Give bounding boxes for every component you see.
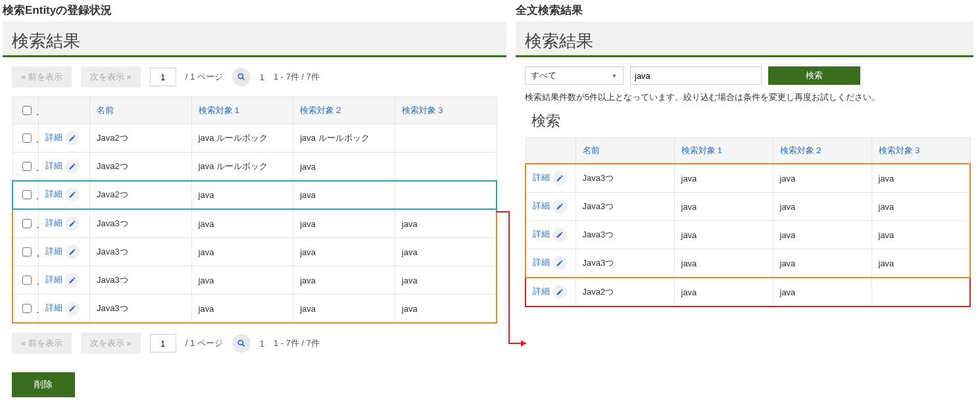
search-icon[interactable]	[232, 334, 251, 353]
row-checkbox[interactable]	[22, 134, 32, 143]
svg-point-0	[238, 74, 243, 78]
page-input[interactable]	[150, 334, 176, 353]
cell-t2: java	[773, 278, 871, 306]
svg-point-2	[238, 340, 243, 345]
cell-t1: java	[674, 278, 773, 306]
cell-t2: java	[293, 209, 395, 238]
pencil-icon[interactable]	[65, 216, 80, 231]
search-input[interactable]	[630, 66, 762, 85]
count-left: 1	[260, 72, 264, 82]
cell-name: Java2つ	[89, 153, 191, 181]
cell-t2: java	[773, 164, 871, 193]
cell-t3: java	[395, 295, 497, 324]
cell-t3	[395, 153, 497, 181]
cell-t1: java	[191, 238, 293, 266]
cell-name: Java2つ	[576, 278, 674, 306]
pencil-icon[interactable]	[65, 131, 80, 145]
left-section-title: 検索Entityの登録状況	[3, 3, 506, 18]
table-row: 詳細Java3つjavajavajava	[526, 193, 970, 221]
cell-t2: java	[773, 249, 871, 278]
header-t1[interactable]: 検索対象１	[674, 138, 773, 164]
table-row: 詳細Java3つjavajavajava	[526, 249, 970, 278]
table-row: 詳細Java2つjava ルールボックjava ルールボック	[12, 124, 497, 153]
select-all-checkbox[interactable]	[22, 106, 32, 115]
sub-title: 検索	[531, 111, 964, 131]
row-checkbox[interactable]	[22, 162, 32, 171]
row-checkbox[interactable]	[22, 304, 32, 313]
table-row: 詳細Java3つjavajavajava	[12, 266, 497, 295]
detail-link[interactable]: 詳細	[533, 172, 550, 182]
table-row: 詳細Java3つjavajavajava	[12, 209, 497, 238]
pencil-icon[interactable]	[65, 301, 80, 316]
cell-t3: java	[395, 266, 497, 295]
left-results-table: 名前 検索対象１ 検索対象２ 検索対象３ 詳細Java2つjava ルールボック…	[12, 97, 497, 324]
detail-link[interactable]: 詳細	[45, 132, 62, 142]
header-t3[interactable]: 検索対象３	[395, 97, 497, 124]
cell-name: Java2つ	[89, 181, 191, 210]
right-section-title: 全文検索結果	[516, 3, 973, 18]
header-t2[interactable]: 検索対象２	[773, 138, 871, 164]
next-button[interactable]: 次を表示 »	[81, 333, 141, 354]
detail-link[interactable]: 詳細	[45, 303, 62, 312]
cell-t2: java	[293, 266, 395, 295]
header-name[interactable]: 名前	[89, 97, 191, 124]
right-results-table: 名前 検索対象１ 検索対象２ 検索対象３ 詳細Java3つjavajavajav…	[525, 137, 971, 307]
table-row: 詳細Java3つjavajavajava	[526, 164, 970, 193]
header-t1[interactable]: 検索対象１	[191, 97, 293, 124]
prev-button[interactable]: « 前を表示	[12, 333, 72, 354]
table-row: 詳細Java2つjava ルールボックjava	[12, 153, 497, 181]
cell-t1: java	[191, 209, 293, 238]
pencil-icon[interactable]	[552, 256, 567, 270]
cell-name: Java3つ	[89, 295, 191, 324]
detail-link[interactable]: 詳細	[45, 160, 62, 170]
pencil-icon[interactable]	[552, 228, 567, 242]
cell-t1: java	[674, 193, 773, 221]
pager-top: « 前を表示 次を表示 » / 1 ページ 1 1 - 7件 / 7件	[12, 66, 497, 87]
cell-t1: java	[674, 164, 773, 193]
row-checkbox[interactable]	[22, 219, 32, 228]
pencil-icon[interactable]	[65, 187, 80, 202]
cell-name: Java3つ	[576, 249, 674, 278]
cell-name: Java3つ	[576, 193, 674, 221]
pencil-icon[interactable]	[65, 273, 80, 287]
cell-t3: java	[871, 249, 970, 278]
pencil-icon[interactable]	[65, 159, 80, 174]
search-icon[interactable]	[232, 68, 251, 86]
row-checkbox[interactable]	[22, 190, 32, 199]
detail-link[interactable]: 詳細	[45, 218, 62, 228]
delete-button[interactable]: 削除	[12, 372, 75, 397]
svg-line-3	[242, 344, 244, 346]
cell-t2: java	[773, 221, 871, 249]
detail-link[interactable]: 詳細	[45, 189, 62, 199]
cell-name: Java2つ	[89, 124, 191, 153]
filter-select[interactable]: すべて ▼	[525, 66, 624, 85]
detail-link[interactable]: 詳細	[533, 286, 550, 296]
row-checkbox[interactable]	[22, 276, 32, 285]
header-name[interactable]: 名前	[576, 138, 674, 164]
detail-link[interactable]: 詳細	[533, 257, 550, 267]
filter-select-value: すべて	[531, 70, 556, 82]
table-row: 詳細Java3つjavajavajava	[12, 238, 497, 266]
cell-name: Java3つ	[89, 238, 191, 266]
row-checkbox[interactable]	[22, 247, 32, 256]
search-row: すべて ▼ 検索	[525, 66, 964, 85]
detail-link[interactable]: 詳細	[533, 229, 550, 239]
cell-t2: java ルールボック	[293, 124, 395, 153]
pencil-icon[interactable]	[552, 285, 567, 299]
detail-link[interactable]: 詳細	[45, 274, 62, 284]
next-button[interactable]: 次を表示 »	[81, 66, 141, 87]
table-row: 詳細Java3つjavajavajava	[12, 295, 497, 324]
chevron-down-icon: ▼	[611, 72, 618, 80]
pencil-icon[interactable]	[552, 199, 567, 214]
pencil-icon[interactable]	[552, 171, 567, 185]
search-button[interactable]: 検索	[768, 66, 860, 85]
page-input[interactable]	[150, 68, 176, 86]
header-t2[interactable]: 検索対象２	[293, 97, 395, 124]
cell-t3: java	[395, 238, 497, 266]
page-of-text: / 1 ページ	[185, 71, 223, 83]
detail-link[interactable]: 詳細	[45, 246, 62, 256]
header-t3[interactable]: 検索対象３	[871, 138, 970, 164]
detail-link[interactable]: 詳細	[533, 201, 550, 210]
pencil-icon[interactable]	[65, 245, 80, 259]
prev-button[interactable]: « 前を表示	[12, 66, 72, 87]
